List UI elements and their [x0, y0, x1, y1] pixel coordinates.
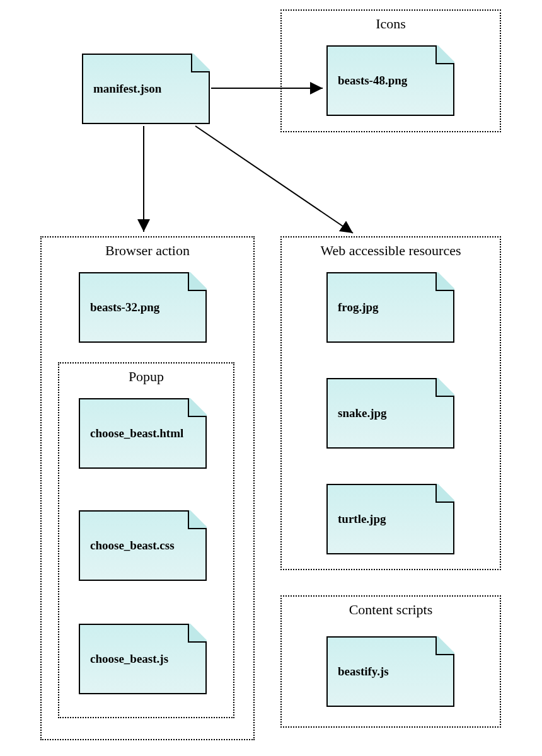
- file-beasts-32-label: beasts-32.png: [90, 301, 159, 314]
- file-choose-js-label: choose_beast.js: [90, 652, 168, 666]
- file-turtle-label: turtle.jpg: [338, 512, 386, 526]
- file-fold-icon: [188, 398, 207, 417]
- file-choose-html-label: choose_beast.html: [90, 427, 183, 440]
- file-beastify: beastify.js: [326, 636, 454, 707]
- file-fold-icon: [191, 54, 210, 72]
- file-choose-css-label: choose_beast.css: [90, 539, 175, 553]
- file-fold-icon: [435, 45, 454, 64]
- file-beasts-32: beasts-32.png: [79, 272, 207, 343]
- file-frog: frog.jpg: [326, 272, 454, 343]
- file-frog-label: frog.jpg: [338, 301, 379, 314]
- file-choose-js: choose_beast.js: [79, 624, 207, 694]
- file-fold-icon: [435, 378, 454, 397]
- file-manifest: manifest.json: [82, 54, 210, 124]
- file-snake: snake.jpg: [326, 378, 454, 449]
- arrow-manifest-to-web-accessible: [195, 126, 353, 233]
- file-snake-label: snake.jpg: [338, 406, 387, 420]
- file-fold-icon: [435, 484, 454, 503]
- file-turtle: turtle.jpg: [326, 484, 454, 554]
- file-fold-icon: [435, 636, 454, 655]
- file-choose-css: choose_beast.css: [79, 510, 207, 581]
- group-browser-action-title: Browser action: [42, 243, 253, 259]
- file-fold-icon: [188, 272, 207, 291]
- file-choose-html: choose_beast.html: [79, 398, 207, 469]
- group-content-scripts-title: Content scripts: [282, 602, 500, 618]
- file-fold-icon: [188, 624, 207, 643]
- group-popup-title: Popup: [59, 369, 233, 385]
- file-beastify-label: beastify.js: [338, 665, 389, 679]
- file-manifest-label: manifest.json: [93, 82, 161, 96]
- file-fold-icon: [188, 510, 207, 529]
- group-web-accessible-title: Web accessible resources: [282, 243, 500, 259]
- diagram-canvas: Icons Browser action Popup Web accessibl…: [0, 0, 542, 756]
- group-icons-title: Icons: [282, 16, 500, 32]
- file-beasts-48-label: beasts-48.png: [338, 74, 407, 88]
- file-fold-icon: [435, 272, 454, 291]
- file-beasts-48: beasts-48.png: [326, 45, 454, 116]
